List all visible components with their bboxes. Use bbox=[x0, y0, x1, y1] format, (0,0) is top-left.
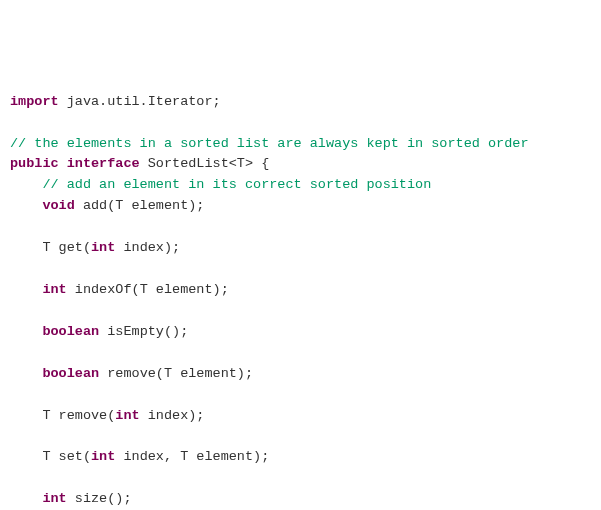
code-line: // the elements in a sorted list are alw… bbox=[10, 134, 591, 155]
code-token: java.util.Iterator; bbox=[59, 94, 221, 109]
code-token: remove(T element); bbox=[99, 366, 253, 381]
code-line bbox=[10, 113, 591, 134]
code-line bbox=[10, 343, 591, 364]
code-line bbox=[10, 468, 591, 489]
code-line: void add(T element); bbox=[10, 196, 591, 217]
code-token: void bbox=[42, 198, 74, 213]
code-line: import java.util.Iterator; bbox=[10, 92, 591, 113]
code-token: int bbox=[42, 282, 66, 297]
code-line bbox=[10, 259, 591, 280]
code-token bbox=[10, 198, 42, 213]
code-token bbox=[10, 324, 42, 339]
code-token bbox=[10, 177, 42, 192]
code-line: public interface SortedList<T> { bbox=[10, 154, 591, 175]
code-token: T remove( bbox=[10, 408, 115, 423]
code-token: boolean bbox=[42, 366, 99, 381]
code-token: add(T element); bbox=[75, 198, 205, 213]
code-token: T set( bbox=[10, 449, 91, 464]
code-line: // add an element in its correct sorted … bbox=[10, 175, 591, 196]
code-token: isEmpty(); bbox=[99, 324, 188, 339]
code-token: index); bbox=[115, 240, 180, 255]
code-token bbox=[10, 282, 42, 297]
code-line: int size(); bbox=[10, 489, 591, 510]
code-line: boolean remove(T element); bbox=[10, 364, 591, 385]
code-token bbox=[10, 491, 42, 506]
code-token bbox=[10, 366, 42, 381]
code-token: int bbox=[42, 491, 66, 506]
code-token: int bbox=[91, 449, 115, 464]
code-line: T set(int index, T element); bbox=[10, 447, 591, 468]
code-token: index, T element); bbox=[115, 449, 269, 464]
code-line: boolean isEmpty(); bbox=[10, 322, 591, 343]
code-token: // the elements in a sorted list are alw… bbox=[10, 136, 528, 151]
code-token: import bbox=[10, 94, 59, 109]
code-block: import java.util.Iterator; // the elemen… bbox=[10, 92, 591, 510]
code-line: T remove(int index); bbox=[10, 406, 591, 427]
code-token: size(); bbox=[67, 491, 132, 506]
code-line bbox=[10, 385, 591, 406]
code-token: T get( bbox=[10, 240, 91, 255]
code-line bbox=[10, 301, 591, 322]
code-token: public bbox=[10, 156, 59, 171]
code-line bbox=[10, 217, 591, 238]
code-line: int indexOf(T element); bbox=[10, 280, 591, 301]
code-token: boolean bbox=[42, 324, 99, 339]
code-token: int bbox=[91, 240, 115, 255]
code-token: // add an element in its correct sorted … bbox=[42, 177, 431, 192]
code-line bbox=[10, 426, 591, 447]
code-token bbox=[59, 156, 67, 171]
code-token: index); bbox=[140, 408, 205, 423]
code-token: int bbox=[115, 408, 139, 423]
code-token: indexOf(T element); bbox=[67, 282, 229, 297]
code-token: SortedList<T> { bbox=[140, 156, 270, 171]
code-token: interface bbox=[67, 156, 140, 171]
code-line: T get(int index); bbox=[10, 238, 591, 259]
